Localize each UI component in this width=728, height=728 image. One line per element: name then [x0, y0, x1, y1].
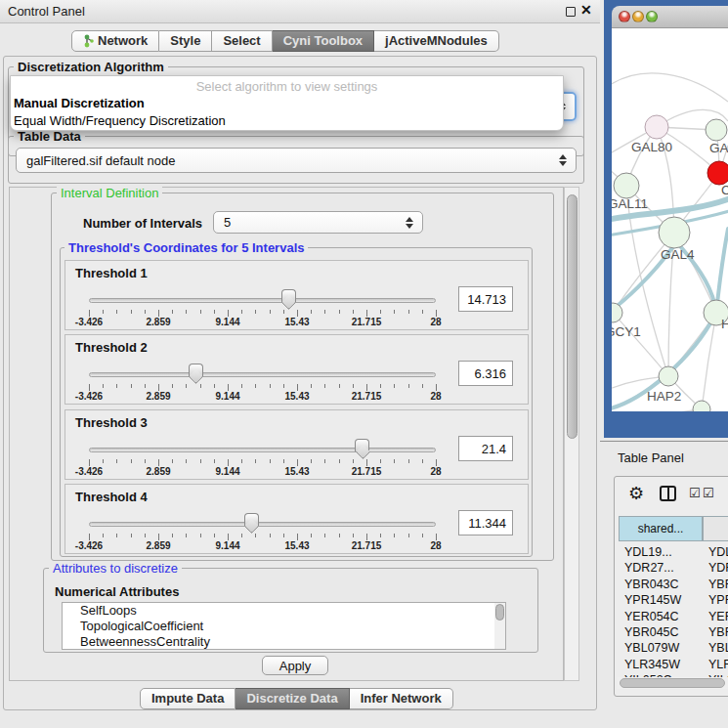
tab-select[interactable]: Select: [212, 30, 272, 52]
network-icon: [83, 34, 94, 48]
attribute-list-item[interactable]: BetweennessCentrality: [63, 634, 505, 650]
slider-tick: [145, 310, 146, 314]
tab-label: Infer Network: [361, 689, 442, 708]
slider-tick: [200, 459, 201, 463]
table-cell[interactable]: YBR045C: [624, 625, 679, 639]
slider-track[interactable]: [89, 448, 436, 452]
slider-handle[interactable]: [355, 439, 369, 451]
threshold-value-field[interactable]: 14.713: [458, 286, 513, 312]
mac-zoom-icon[interactable]: [646, 11, 658, 22]
table-cell[interactable]: YLR3: [708, 658, 728, 671]
slider-tick: [103, 459, 104, 463]
slider-tick: [131, 534, 132, 537]
slider-handle[interactable]: [189, 364, 203, 376]
table-cell[interactable]: YBR0: [708, 625, 728, 639]
slider-tick-label: 2.859: [146, 317, 170, 327]
slider-tick-label: -3.426: [75, 317, 103, 327]
mac-minimize-icon[interactable]: [632, 11, 644, 22]
table-data-label: Table Data: [14, 129, 85, 144]
checkbox-checked-icon[interactable]: ☑: [689, 486, 701, 500]
numerical-attributes-list[interactable]: SelfLoopsTopologicalCoefficientBetweenne…: [62, 602, 506, 650]
threshold-value-field[interactable]: 6.316: [458, 361, 513, 386]
threshold-row-3: Threshold 3-3.4262.8599.14415.4321.71528…: [64, 409, 529, 480]
tab-cyni-toolbox[interactable]: Cyni Toolbox: [273, 30, 374, 52]
attributes-list-scrollbar[interactable]: [494, 603, 505, 649]
tab-infer-network[interactable]: Infer Network: [350, 688, 453, 709]
bottom-tab-bar: Impute DataDiscretize DataInfer Network: [140, 688, 453, 709]
scrollbar-thumb[interactable]: [620, 678, 725, 688]
tab-discretize-data[interactable]: Discretize Data: [236, 688, 349, 709]
slider-tick: [283, 459, 284, 463]
close-icon[interactable]: ✕: [580, 2, 592, 18]
network-node[interactable]: [659, 217, 690, 248]
table-cell[interactable]: YER0: [708, 610, 728, 623]
popup-option-equal-width-frequency[interactable]: Equal Width/Frequency Discretization: [11, 111, 563, 129]
slider-tick: [436, 534, 437, 540]
slider-track[interactable]: [89, 372, 436, 377]
table-cell[interactable]: YDR27...: [624, 561, 674, 575]
split-columns-icon[interactable]: [660, 486, 676, 501]
popup-option-manual-discretization[interactable]: Manual Discretization: [11, 94, 563, 111]
mac-close-icon[interactable]: [619, 11, 630, 22]
slider-handle[interactable]: [281, 289, 296, 302]
slider-tick: [241, 459, 242, 463]
slider-track[interactable]: [89, 522, 436, 527]
table-horizontal-scrollbar[interactable]: [618, 677, 728, 689]
scrollbar-thumb[interactable]: [567, 194, 578, 439]
table-cell[interactable]: YER054C: [624, 610, 679, 623]
slider-tick: [228, 459, 229, 466]
scrollbar-thumb[interactable]: [495, 604, 504, 621]
table-cell[interactable]: YBL0: [708, 641, 728, 655]
column-header-name[interactable]: name: [703, 516, 728, 541]
network-node[interactable]: [693, 401, 710, 411]
float-icon[interactable]: [566, 7, 576, 17]
slider-handle[interactable]: [244, 513, 259, 526]
threshold-value-field[interactable]: 11.344: [458, 510, 513, 535]
table-cell[interactable]: YBR0: [708, 578, 728, 591]
number-of-intervals-combobox[interactable]: 5: [213, 211, 423, 234]
network-window-titlebar[interactable]: [612, 6, 728, 28]
network-node[interactable]: [707, 161, 728, 185]
table-cell[interactable]: YPR1: [708, 593, 728, 607]
table-panel-title: Table Panel: [618, 450, 684, 465]
table-cell[interactable]: YPR145W: [624, 593, 681, 607]
table-cell[interactable]: YBL079W: [624, 641, 679, 655]
network-view-window: GAL80GALCGAL11GAL4GCY1HHAP2: [604, 0, 728, 438]
apply-button[interactable]: Apply: [262, 656, 328, 675]
table-cell[interactable]: YLR345W: [624, 658, 680, 671]
slider-tick: [158, 384, 159, 391]
threshold-row-2: Threshold 2-3.4262.8599.14415.4321.71528…: [64, 334, 529, 405]
table-cell[interactable]: YDL19...: [624, 545, 672, 559]
column-header-shared-[interactable]: shared...: [619, 516, 703, 541]
combo-stepper-icon: [559, 154, 567, 166]
tab-network[interactable]: Network: [71, 30, 159, 52]
slider-track[interactable]: [89, 298, 436, 303]
network-node[interactable]: [645, 115, 668, 139]
slider-tick: [270, 384, 271, 388]
tab-jactivemnodules[interactable]: jActiveMNodules: [374, 30, 499, 52]
checkbox-checked-icon[interactable]: ☑: [703, 486, 714, 500]
network-node[interactable]: [706, 119, 727, 141]
slider-tick: [214, 384, 215, 388]
network-node[interactable]: [614, 173, 639, 198]
threshold-value-field[interactable]: 21.4: [458, 436, 513, 461]
slider-tick-label: 21.715: [352, 466, 382, 477]
vertical-scrollbar[interactable]: [564, 187, 579, 681]
slider-tick: [422, 384, 423, 388]
slider-tick: [116, 384, 117, 388]
table-cell[interactable]: YDL1: [708, 545, 728, 559]
gear-icon[interactable]: ⚙: [628, 483, 644, 504]
table-cell[interactable]: YBR043C: [624, 578, 679, 591]
tab-style[interactable]: Style: [159, 30, 212, 52]
tab-impute-data[interactable]: Impute Data: [140, 688, 236, 709]
slider-tick: [131, 310, 132, 314]
network-node[interactable]: [612, 303, 622, 322]
attribute-list-item[interactable]: SelfLoops: [63, 603, 505, 619]
attribute-list-item[interactable]: TopologicalCoefficient: [63, 619, 505, 634]
slider-tick: [353, 534, 354, 537]
table-cell[interactable]: YDR2: [708, 561, 728, 575]
slider-tick: [158, 534, 159, 540]
network-node[interactable]: [659, 366, 678, 386]
network-canvas[interactable]: GAL80GALCGAL11GAL4GCY1HHAP2: [612, 28, 728, 411]
table-data-combobox[interactable]: galFiltered.sif default node: [16, 148, 577, 173]
